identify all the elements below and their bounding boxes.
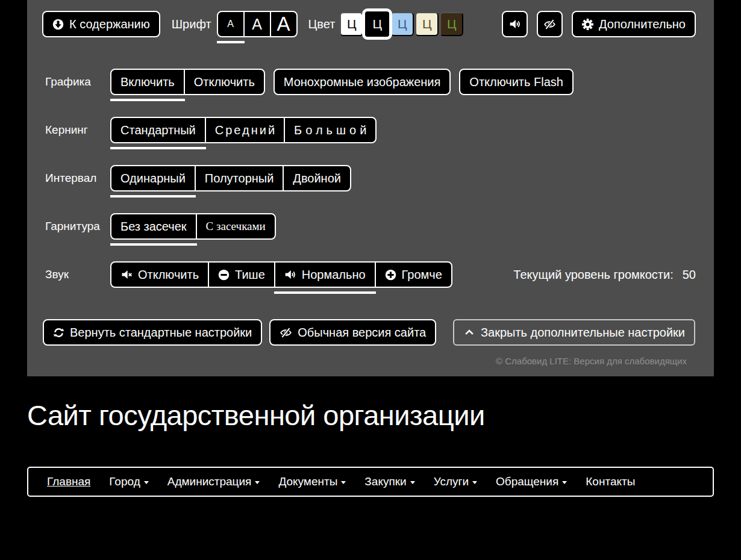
font-size-small-button[interactable]: А — [217, 11, 245, 37]
sound-group: Отключить Тише Нормально Громче — [110, 261, 452, 288]
interval-row: Интервал Одинарный Полуторный Двойной — [45, 165, 696, 191]
interval-label: Интервал — [45, 172, 110, 185]
color-scheme-black-button[interactable]: Ц — [362, 8, 392, 40]
nav-item-label: Документы — [278, 475, 337, 488]
graphics-row: Графика Включить Отключить Монохромные и… — [45, 69, 696, 95]
color-scheme-brown-button[interactable]: Ц — [440, 12, 463, 36]
slabovid-copyright: © Слабовид LITE: Версия для слабовидящих — [496, 356, 687, 366]
chevron-down-icon — [255, 481, 260, 484]
panel-footer: Вернуть стандартные настройки Обычная ве… — [43, 319, 695, 346]
kerning-label: Кернинг — [45, 123, 110, 137]
current-volume-value: 50 — [683, 268, 696, 282]
nav-item-dokumenty[interactable]: Документы — [278, 475, 346, 488]
nav-item-label: Контакты — [586, 475, 635, 488]
nav-item-label: Закупки — [364, 475, 406, 488]
nav-item-label: Обращения — [496, 475, 558, 488]
minus-circle-icon — [218, 269, 230, 281]
sound-off-button[interactable]: Отключить — [110, 261, 209, 288]
typeface-label: Гарнитура — [45, 220, 110, 233]
sound-louder-label: Громче — [402, 268, 442, 282]
kerning-group: Стандартный Средний Большой — [110, 117, 377, 143]
accessibility-toolbar: К содержанию Шрифт А А А Цвет Ц Ц Ц Ц Ц — [42, 11, 696, 37]
normal-version-label: Обычная версия сайта — [298, 326, 426, 340]
nav-item-zakupki[interactable]: Закупки — [364, 475, 414, 488]
sound-quieter-button[interactable]: Тише — [208, 261, 275, 288]
volume-mute-icon — [120, 269, 133, 281]
nav-item-label: Город — [109, 475, 140, 488]
eye-slash-icon — [543, 18, 556, 31]
nav-item-administraciya[interactable]: Администрация — [167, 475, 260, 488]
graphics-enable-button[interactable]: Включить — [110, 69, 185, 95]
normal-version-button[interactable]: Обычная версия сайта — [269, 319, 436, 346]
interval-double-button[interactable]: Двойной — [283, 165, 351, 191]
nav-item-label: Администрация — [167, 475, 252, 488]
graphics-label: Графика — [45, 75, 110, 89]
nav-item-obrascheniya[interactable]: Обращения — [496, 475, 567, 488]
current-volume-label: Текущий уровень громкости: — [513, 268, 673, 282]
close-extra-settings-label: Закрыть дополнительные настройки — [481, 326, 685, 340]
sound-label: Звук — [45, 268, 110, 281]
sound-louder-button[interactable]: Громче — [375, 261, 452, 288]
typeface-group: Без засечек С засечками — [110, 213, 276, 240]
interval-one-half-button[interactable]: Полуторный — [195, 165, 284, 191]
chevron-down-icon — [144, 481, 149, 484]
to-content-label: К содержанию — [69, 17, 150, 31]
nav-item-label: Услуги — [434, 475, 469, 488]
color-scheme-beige-button[interactable]: Ц — [415, 12, 439, 36]
nav-item-gorod[interactable]: Город — [109, 475, 148, 488]
nav-item-kontakty[interactable]: Контакты — [586, 475, 635, 488]
nav-item-glavnaya[interactable]: Главная — [47, 475, 90, 488]
color-scheme-blue-button[interactable]: Ц — [390, 12, 414, 36]
font-size-group: А А А — [217, 11, 298, 37]
color-scheme-white-button[interactable]: Ц — [340, 12, 363, 36]
sound-row: Звук Отключить Тише Нормально — [45, 261, 696, 288]
normal-version-icon-button[interactable] — [537, 11, 563, 37]
refresh-icon — [53, 327, 64, 338]
graphics-toggle-group: Включить Отключить — [110, 69, 265, 95]
extra-settings-button[interactable]: Дополнительно — [572, 11, 696, 37]
arrow-circle-down-icon — [52, 19, 64, 30]
chevron-down-icon — [562, 481, 567, 484]
interval-group: Одинарный Полуторный Двойной — [110, 165, 351, 191]
typeface-row: Гарнитура Без засечек С засечками — [45, 213, 696, 240]
main-nav: Главная Город Администрация Документы За… — [27, 467, 714, 497]
extra-settings-label: Дополнительно — [599, 17, 686, 31]
typeface-sans-button[interactable]: Без засечек — [110, 213, 197, 240]
color-scheme-label: Цвет — [308, 17, 336, 31]
chevron-down-icon — [472, 481, 477, 484]
chevron-down-icon — [410, 481, 415, 484]
font-size-label: Шрифт — [172, 17, 211, 31]
kerning-standard-button[interactable]: Стандартный — [110, 117, 206, 143]
monochrome-images-button[interactable]: Монохромные изображения — [274, 69, 451, 95]
volume-up-icon — [284, 269, 296, 281]
current-volume: Текущий уровень громкости: 50 — [513, 268, 696, 282]
typeface-serif-button[interactable]: С засечками — [196, 213, 276, 240]
interval-single-button[interactable]: Одинарный — [110, 165, 196, 191]
eye-slash-icon — [280, 326, 292, 339]
kerning-medium-button[interactable]: Средний — [205, 117, 285, 143]
disable-flash-button[interactable]: Отключить Flash — [459, 69, 574, 95]
font-size-large-button[interactable]: А — [270, 11, 298, 37]
nav-item-uslugi[interactable]: Услуги — [434, 475, 477, 488]
color-scheme-group: Ц Ц Ц Ц Ц — [340, 8, 464, 40]
page-title: Сайт государственной организации — [27, 399, 485, 432]
accessibility-panel: К содержанию Шрифт А А А Цвет Ц Ц Ц Ц Ц — [27, 0, 714, 376]
volume-up-icon — [509, 18, 521, 30]
sound-normal-label: Нормально — [302, 268, 366, 282]
kerning-large-button[interactable]: Большой — [284, 117, 377, 143]
chevron-down-icon — [341, 481, 346, 484]
nav-item-label: Главная — [47, 475, 90, 488]
sound-quieter-label: Тише — [235, 268, 265, 282]
reset-settings-button[interactable]: Вернуть стандартные настройки — [43, 319, 262, 346]
gear-icon — [582, 19, 593, 30]
chevron-up-icon — [463, 326, 475, 338]
sound-normal-button[interactable]: Нормально — [274, 261, 376, 288]
close-extra-settings-button[interactable]: Закрыть дополнительные настройки — [453, 319, 695, 346]
font-size-medium-button[interactable]: А — [243, 11, 271, 37]
to-content-button[interactable]: К содержанию — [42, 11, 160, 37]
plus-circle-icon — [385, 269, 396, 281]
reset-settings-label: Вернуть стандартные настройки — [70, 326, 252, 340]
sound-toggle-button[interactable] — [502, 11, 528, 37]
graphics-disable-button[interactable]: Отключить — [184, 69, 265, 95]
kerning-row: Кернинг Стандартный Средний Большой — [45, 117, 696, 143]
